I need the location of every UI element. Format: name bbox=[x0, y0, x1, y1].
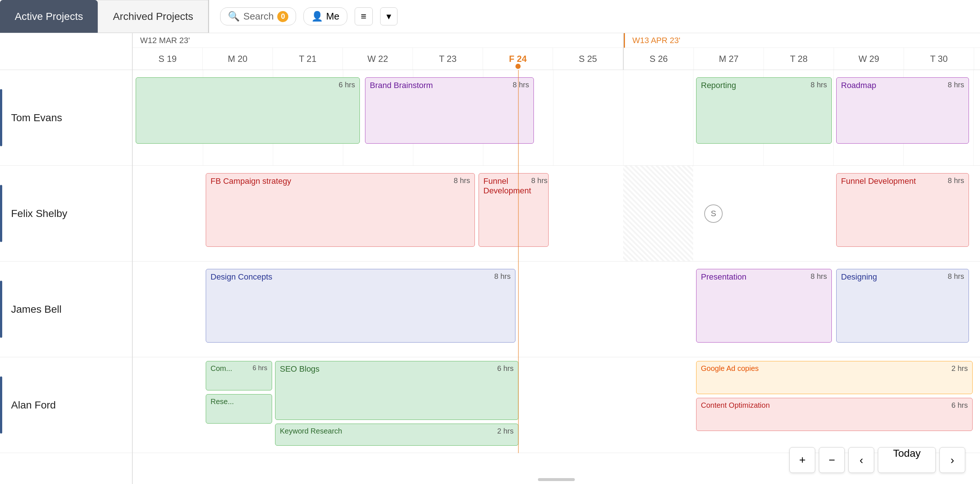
gantt-row-felix-shelby: FB Campaign strategy 8 hrs Funnel Develo… bbox=[133, 166, 980, 262]
people-sidebar: Tom Evans Felix Shelby James Bell Alan F… bbox=[0, 33, 133, 484]
task-tom-green1[interactable]: 6 hrs bbox=[136, 77, 360, 144]
person-name-james-bell: James Bell bbox=[11, 303, 62, 315]
circle-s-icon: S bbox=[704, 205, 723, 223]
gantt-body: 6 hrs Brand Brainstorm 8 hrs Reporting 8… bbox=[133, 70, 980, 453]
task-google-ad-copies[interactable]: Google Ad copies 2 hrs bbox=[696, 361, 973, 394]
day-t30: T 30 bbox=[904, 48, 974, 70]
next-button[interactable]: › bbox=[939, 447, 965, 473]
person-name-tom-evans: Tom Evans bbox=[11, 112, 62, 124]
sort-button[interactable]: ≡ bbox=[355, 7, 373, 25]
search-box[interactable]: 🔍 Search 0 bbox=[220, 7, 296, 25]
search-icon: 🔍 bbox=[228, 11, 240, 22]
task-funnel-dev1[interactable]: Funnel Development 8 hrs bbox=[479, 173, 549, 247]
gantt-row-alan-ford: Com... 6 hrs Rese... SEO Blogs 6 hrs Key… bbox=[133, 357, 980, 453]
person-row-felix-shelby: Felix Shelby bbox=[0, 166, 132, 262]
week-header-w12: W12 MAR 23' S 19 M 20 T 21 W 22 T 23 F 2… bbox=[133, 33, 624, 70]
task-com[interactable]: Com... 6 hrs bbox=[206, 361, 272, 390]
person-row-tom-evans: Tom Evans bbox=[0, 70, 132, 166]
task-designing[interactable]: Designing 8 hrs bbox=[836, 269, 969, 343]
day-w22: W 22 bbox=[343, 48, 413, 70]
day-s26: S 26 bbox=[624, 48, 694, 70]
day-f24: F 24 bbox=[483, 48, 553, 70]
person-row-alan-ford: Alan Ford bbox=[0, 357, 132, 453]
main-content: Tom Evans Felix Shelby James Bell Alan F… bbox=[0, 33, 980, 484]
task-roadmap[interactable]: Roadmap 8 hrs bbox=[836, 77, 969, 144]
task-keyword-research[interactable]: Keyword Research 2 hrs bbox=[275, 424, 519, 446]
day-s19: S 19 bbox=[133, 48, 203, 70]
day-f31: F 31 bbox=[974, 48, 980, 70]
tab-archived-projects[interactable]: Archived Projects bbox=[98, 0, 208, 33]
task-seo-blogs[interactable]: SEO Blogs 6 hrs bbox=[275, 361, 519, 420]
task-design-concepts[interactable]: Design Concepts 8 hrs bbox=[206, 269, 515, 343]
day-w29: W 29 bbox=[834, 48, 904, 70]
zoom-out-button[interactable]: − bbox=[819, 447, 845, 473]
task-rese[interactable]: Rese... bbox=[206, 394, 272, 424]
task-brand-brainstorm[interactable]: Brand Brainstorm 8 hrs bbox=[365, 77, 534, 144]
filter-icon: ▾ bbox=[387, 11, 391, 22]
toolbar: 🔍 Search 0 👤 Me ≡ ▾ bbox=[209, 0, 409, 33]
zoom-in-button[interactable]: + bbox=[789, 447, 815, 473]
top-bar: Active Projects Archived Projects 🔍 Sear… bbox=[0, 0, 980, 33]
today-line bbox=[518, 70, 519, 453]
prev-button[interactable]: ‹ bbox=[848, 447, 874, 473]
bottom-controls: + − ‹ Today › bbox=[789, 447, 965, 473]
today-button[interactable]: Today bbox=[878, 447, 936, 473]
task-presentation[interactable]: Presentation 8 hrs bbox=[696, 269, 832, 343]
day-s25: S 25 bbox=[553, 48, 623, 70]
task-funnel-dev2[interactable]: Funnel Development 8 hrs bbox=[836, 173, 969, 247]
person-name-felix-shelby: Felix Shelby bbox=[11, 208, 67, 219]
day-m20: M 20 bbox=[203, 48, 273, 70]
person-row-james-bell: James Bell bbox=[0, 262, 132, 357]
task-reporting[interactable]: Reporting 8 hrs bbox=[696, 77, 832, 144]
person-icon: 👤 bbox=[311, 11, 323, 22]
filter-button[interactable]: ▾ bbox=[380, 7, 398, 25]
tab-group: Active Projects Archived Projects bbox=[0, 0, 209, 33]
day-t28: T 28 bbox=[764, 48, 834, 70]
gantt-area: W12 MAR 23' S 19 M 20 T 21 W 22 T 23 F 2… bbox=[133, 33, 980, 484]
task-fb-campaign[interactable]: FB Campaign strategy 8 hrs bbox=[206, 173, 475, 247]
day-m27: M 27 bbox=[694, 48, 764, 70]
day-t23: T 23 bbox=[413, 48, 483, 70]
sort-icon: ≡ bbox=[361, 11, 366, 22]
gantt-row-tom-evans: 6 hrs Brand Brainstorm 8 hrs Reporting 8… bbox=[133, 70, 980, 166]
week-header-w13: W13 APR 23' S 26 M 27 T 28 W 29 T 30 F 3… bbox=[624, 33, 980, 70]
hatched-s26 bbox=[623, 166, 693, 261]
search-badge: 0 bbox=[277, 11, 288, 22]
search-label: Search bbox=[243, 11, 274, 22]
day-t21: T 21 bbox=[273, 48, 343, 70]
person-name-alan-ford: Alan Ford bbox=[11, 399, 56, 411]
tab-active-projects[interactable]: Active Projects bbox=[0, 0, 98, 33]
gantt-row-james-bell: Design Concepts 8 hrs Presentation 8 hrs… bbox=[133, 262, 980, 357]
scrollbar-thumb[interactable] bbox=[538, 478, 575, 481]
task-content-optimization[interactable]: Content Optimization 6 hrs bbox=[696, 398, 973, 431]
me-button[interactable]: 👤 Me bbox=[304, 7, 347, 25]
